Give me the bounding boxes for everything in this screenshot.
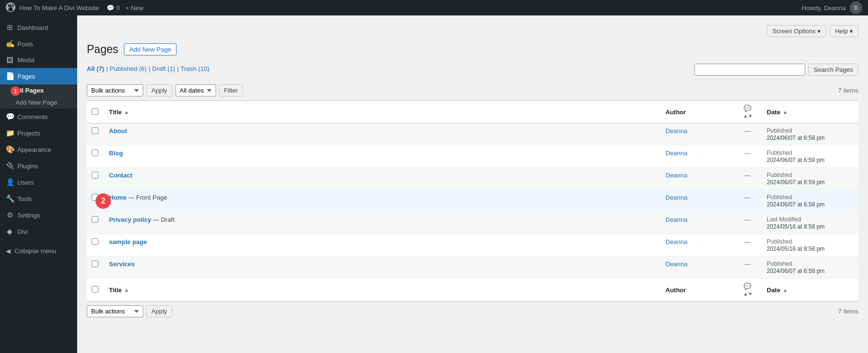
footer-date-sort-link[interactable]: Date ▲ [767, 286, 854, 294]
header-date[interactable]: Date ▲ [762, 101, 858, 123]
table-row: About Deanna — Published 2024/06/07 at 6… [87, 123, 858, 146]
row-checkbox-cell [87, 168, 104, 190]
sidebar-item-all-pages[interactable]: All Pages 1 [0, 84, 77, 96]
bulk-actions-select-top[interactable]: Bulk actions Edit Move to Trash [87, 84, 143, 96]
page-title-link-sample-page[interactable]: sample page [109, 238, 147, 245]
row-date-cell-privacy-policy: Last Modified 2024/05/16 at 8:58 pm [762, 212, 858, 234]
author-link-services[interactable]: Deanna [665, 260, 688, 268]
row-checkbox-blog[interactable] [92, 149, 98, 156]
select-all-footer-checkbox[interactable] [92, 286, 98, 293]
row-checkbox-sample-page[interactable] [92, 238, 98, 245]
filter-published[interactable]: Published (6) [110, 65, 147, 72]
table-row: Blog Deanna — Published 2024/06/07 at 6:… [87, 146, 858, 168]
dashboard-icon: ⊞ [6, 23, 14, 32]
apply-button-bottom[interactable]: Apply [146, 305, 173, 317]
users-icon: 👤 [6, 178, 14, 187]
header-title[interactable]: Title ▲ [104, 101, 661, 123]
page-title-link-privacy-policy[interactable]: Privacy policy [109, 216, 151, 223]
apply-button-top[interactable]: Apply [146, 84, 173, 96]
filter-all[interactable]: All (7) [87, 65, 104, 72]
sidebar-item-comments[interactable]: 💬 Comments [0, 109, 77, 125]
author-link-blog[interactable]: Deanna [665, 149, 688, 157]
page-title-link-home[interactable]: Home [109, 194, 126, 201]
filter-trash[interactable]: Trash (10) [181, 65, 209, 72]
sidebar-label-projects: Projects [17, 130, 40, 137]
sidebar-item-media[interactable]: 🖼 Media [0, 52, 77, 68]
adminbar-right: Howdy, Deanna D [801, 1, 862, 14]
row-date-cell-contact: Published 2024/06/07 at 6:59 pm [762, 168, 858, 190]
howdy-text: Howdy, Deanna [801, 4, 846, 12]
sidebar-item-posts[interactable]: ✍ Posts [0, 36, 77, 52]
collapse-menu-button[interactable]: ◀ Collapse menu [0, 244, 77, 258]
row-title-cell-about: About [104, 123, 661, 146]
row-checkbox-cell [87, 234, 104, 257]
date-value-home: 2024/06/07 at 6:58 pm [767, 201, 825, 208]
row-author-cell-contact: Deanna [661, 168, 733, 190]
author-link-about[interactable]: Deanna [665, 127, 688, 135]
title-sort-link[interactable]: Title ▲ [109, 109, 656, 116]
page-title-link-services[interactable]: Services [109, 260, 135, 268]
header-comments[interactable]: 💬 ▲▼ [733, 101, 762, 123]
comments-sort-arrows: ▲▼ [743, 113, 753, 119]
row-checkbox-privacy-policy[interactable] [92, 216, 98, 223]
row-checkbox-cell [87, 123, 104, 146]
table-row: Contact Deanna — Published 2024/06/07 at… [87, 168, 858, 190]
filter-button[interactable]: Filter [219, 84, 244, 96]
search-pages-button[interactable]: Search Pages [808, 64, 858, 76]
sidebar-item-pages[interactable]: 📄 Pages [0, 68, 77, 84]
footer-actions-left: Bulk actions Edit Move to Trash Apply [87, 305, 173, 317]
pages-icon: 📄 [6, 72, 14, 81]
author-link-sample-page[interactable]: Deanna [665, 238, 688, 245]
dates-select[interactable]: All dates [176, 84, 216, 96]
media-icon: 🖼 [6, 56, 14, 64]
bulk-actions-select-bottom[interactable]: Bulk actions Edit Move to Trash [87, 305, 143, 317]
author-link-privacy-policy[interactable]: Deanna [665, 216, 688, 223]
adminbar-comments[interactable]: 💬 0 [107, 4, 120, 12]
row-checkbox-contact[interactable] [92, 172, 98, 178]
screen-options-button[interactable]: Screen Options ▾ [767, 25, 826, 37]
comments-value-contact: — [745, 172, 751, 179]
footer-title-sort-link[interactable]: Title ▲ [109, 286, 656, 294]
row-checkbox-cell [87, 146, 104, 168]
actions-left-top: Bulk actions Edit Move to Trash Apply Al… [87, 84, 243, 96]
wp-logo[interactable] [6, 2, 15, 14]
sidebar-label-posts: Posts [17, 41, 33, 48]
date-sort-link[interactable]: Date ▲ [767, 109, 854, 116]
sidebar-item-appearance[interactable]: 🎨 Appearance [0, 141, 77, 158]
sidebar-item-add-new-page[interactable]: Add New Page [0, 96, 77, 109]
footer-title[interactable]: Title ▲ [104, 279, 661, 301]
adminbar-new[interactable]: + New [125, 4, 143, 12]
footer-author: Author [661, 279, 733, 301]
search-input[interactable] [694, 64, 805, 76]
sidebar-item-users[interactable]: 👤 Users [0, 174, 77, 190]
sidebar-item-plugins[interactable]: 🔌 Plugins [0, 158, 77, 174]
add-new-page-button[interactable]: Add New Page [124, 43, 176, 55]
avatar[interactable]: D [850, 1, 862, 14]
all-pages-badge: 1 [11, 86, 20, 96]
site-name[interactable]: How To Make A Divi Website [19, 4, 99, 12]
sidebar-item-projects[interactable]: 📁 Projects [0, 125, 77, 141]
page-title-link-contact[interactable]: Contact [109, 172, 132, 179]
table-footer-header-row: Title ▲ Author 💬 ▲▼ Date ▲ [87, 279, 858, 301]
row-checkbox-services[interactable] [92, 260, 98, 267]
sidebar-item-tools[interactable]: 🔧 Tools [0, 190, 77, 207]
author-link-contact[interactable]: Deanna [665, 172, 688, 179]
footer-date[interactable]: Date ▲ [762, 279, 858, 301]
author-link-home[interactable]: Deanna [665, 194, 688, 201]
sidebar-item-dashboard[interactable]: ⊞ Dashboard [0, 19, 77, 36]
footer-comments: 💬 ▲▼ [733, 279, 762, 301]
main-content: Screen Options ▾ Help ▾ Pages Add New Pa… [77, 15, 868, 353]
row-checkbox-about[interactable] [92, 127, 98, 134]
date-status-blog: Published [767, 149, 854, 156]
sidebar-item-divi[interactable]: ◆ Divi [0, 223, 77, 240]
select-all-checkbox[interactable] [92, 108, 98, 115]
page-title-link-about[interactable]: About [109, 127, 127, 135]
page-title-link-blog[interactable]: Blog [109, 149, 123, 157]
row-comments-cell-about: — [733, 123, 762, 146]
date-status-home: Published [767, 194, 854, 201]
help-button[interactable]: Help ▾ [830, 25, 858, 37]
items-count-bottom: 7 items [838, 308, 858, 315]
sidebar-label-add-new-page: Add New Page [15, 99, 57, 106]
filter-draft[interactable]: Draft (1) [152, 65, 176, 72]
sidebar-item-settings[interactable]: ⚙ Settings [0, 207, 77, 223]
